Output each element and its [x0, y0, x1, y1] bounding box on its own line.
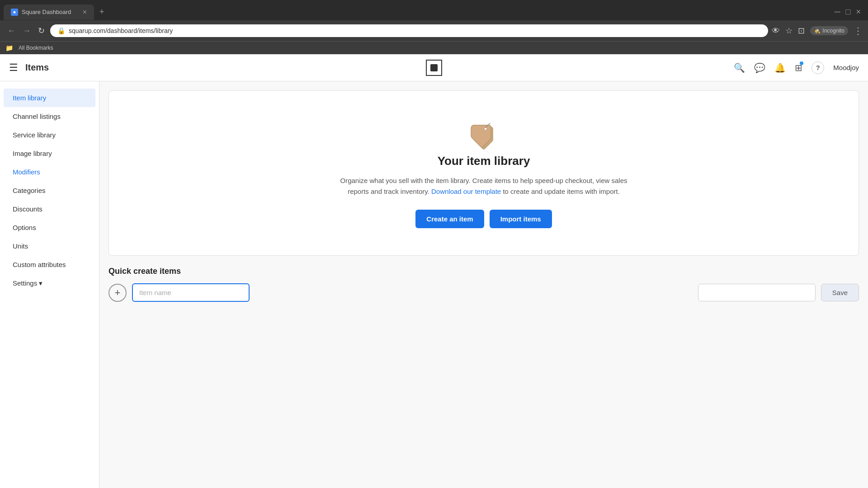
all-bookmarks[interactable]: All Bookmarks: [15, 43, 57, 52]
price-input[interactable]: [698, 284, 816, 301]
sidebar: Item library Channel listings Service li…: [0, 81, 99, 488]
download-template-link[interactable]: Download our template: [431, 188, 501, 195]
quick-create-row: + Save: [108, 283, 859, 302]
close-window-btn[interactable]: ×: [856, 7, 861, 17]
browser-toolbar: ← → ↻ 🔒 squarup.com/dashboard/items/libr…: [0, 20, 868, 41]
svg-point-0: [484, 127, 487, 130]
sidebar-item-units[interactable]: Units: [4, 237, 95, 255]
profile-icon[interactable]: ⊡: [798, 26, 805, 36]
item-library-icon: [466, 118, 502, 154]
sidebar-item-categories[interactable]: Categories: [4, 181, 95, 200]
hamburger-menu-btn[interactable]: ☰: [9, 62, 18, 74]
tab-favicon: ■: [11, 9, 18, 16]
bookmarks-bar: 📁 All Bookmarks: [0, 41, 868, 54]
browser-toolbar-icons: 👁 ☆ ⊡ 🕵 Incognito ⋮: [772, 25, 863, 36]
square-logo-inner: [430, 64, 438, 71]
sidebar-item-image-library[interactable]: Image library: [4, 144, 95, 163]
forward-btn[interactable]: →: [21, 24, 33, 38]
sidebar-item-discounts[interactable]: Discounts: [4, 200, 95, 218]
import-items-btn[interactable]: Import items: [490, 210, 552, 228]
address-bar[interactable]: 🔒 squarup.com/dashboard/items/library: [50, 24, 768, 37]
sidebar-item-custom-attributes[interactable]: Custom attributes: [4, 255, 95, 274]
incognito-icon: 🕵: [814, 28, 821, 34]
minimize-btn[interactable]: ─: [835, 7, 840, 17]
star-icon[interactable]: ☆: [785, 26, 793, 36]
eye-off-icon[interactable]: 👁: [772, 26, 780, 36]
search-icon[interactable]: 🔍: [734, 62, 745, 73]
top-nav-center: [426, 60, 442, 76]
hero-actions: Create an item Import items: [415, 210, 552, 228]
quick-create-title: Quick create items: [108, 267, 859, 276]
maximize-btn[interactable]: □: [846, 7, 851, 17]
user-name[interactable]: Moodjoy: [833, 64, 859, 71]
lock-icon: 🔒: [57, 27, 65, 34]
top-nav-right: 🔍 💬 🔔 ⊞ ? Moodjoy: [734, 61, 859, 74]
new-tab-btn[interactable]: +: [96, 4, 108, 20]
save-btn[interactable]: Save: [821, 284, 859, 301]
app-title: Items: [25, 62, 49, 73]
sidebar-item-modifiers[interactable]: Modifiers: [4, 163, 95, 181]
back-btn[interactable]: ←: [5, 24, 17, 38]
quick-create-section: Quick create items + Save: [99, 256, 868, 313]
incognito-badge: 🕵 Incognito: [810, 26, 848, 35]
bell-icon[interactable]: 🔔: [774, 62, 786, 73]
sidebar-item-service-library[interactable]: Service library: [4, 126, 95, 144]
tab-title: Square Dashboard: [22, 9, 71, 15]
item-name-input[interactable]: [132, 283, 250, 302]
sidebar-item-options[interactable]: Options: [4, 218, 95, 237]
hero-section: Your item library Organize what you sell…: [108, 90, 859, 256]
grid-icon[interactable]: ⊞: [795, 62, 802, 73]
tab-close-btn[interactable]: ×: [83, 8, 87, 16]
main-content: Your item library Organize what you sell…: [99, 81, 868, 488]
refresh-btn[interactable]: ↻: [36, 24, 47, 38]
hero-desc-suffix: to create and update items with import.: [503, 188, 619, 195]
top-nav: ☰ Items 🔍 💬 🔔 ⊞ ? Moodjoy: [0, 54, 868, 81]
square-logo[interactable]: [426, 60, 442, 76]
add-item-btn[interactable]: +: [108, 284, 127, 302]
address-text: squarup.com/dashboard/items/library: [69, 27, 173, 34]
bookmarks-folder-icon: 📁: [5, 44, 13, 52]
top-nav-left: ☰ Items: [9, 62, 99, 74]
sidebar-item-settings[interactable]: Settings ▾: [4, 274, 95, 293]
sidebar-item-item-library[interactable]: Item library: [4, 89, 95, 107]
chat-icon[interactable]: 💬: [754, 62, 765, 73]
layout: Item library Channel listings Service li…: [0, 81, 868, 488]
hero-description: Organize what you sell with the item lib…: [330, 175, 637, 197]
create-item-btn[interactable]: Create an item: [415, 210, 484, 228]
sidebar-item-channel-listings[interactable]: Channel listings: [4, 107, 95, 126]
help-icon[interactable]: ?: [811, 61, 824, 74]
hero-title: Your item library: [438, 154, 530, 168]
browser-chrome: ■ Square Dashboard × + ─ □ × ← → ↻ 🔒 squ…: [0, 0, 868, 54]
app: ☰ Items 🔍 💬 🔔 ⊞ ? Moodjoy Item library C…: [0, 54, 868, 488]
incognito-label: Incognito: [822, 28, 844, 34]
menu-btn[interactable]: ⋮: [854, 25, 863, 36]
browser-tabs: ■ Square Dashboard × + ─ □ ×: [0, 0, 868, 20]
browser-tab-active[interactable]: ■ Square Dashboard ×: [4, 5, 94, 20]
